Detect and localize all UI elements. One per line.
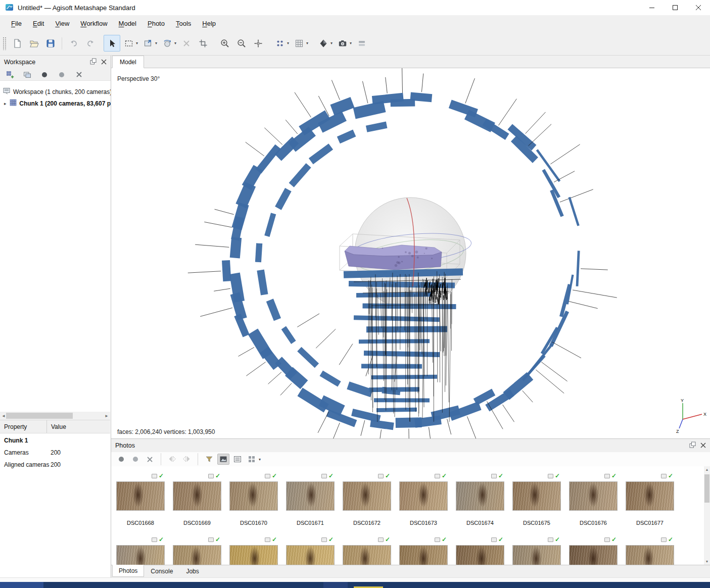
tree-item-chunk[interactable]: ▸ Chunk 1 (200 cameras, 83,607 p [0, 97, 111, 109]
rotate-left-button[interactable] [166, 454, 178, 465]
photo-thumbnail[interactable] [399, 545, 448, 565]
photo-item[interactable]: ✓DSC01672 [339, 472, 395, 526]
photo-thumbnail[interactable] [343, 481, 391, 511]
windows-taskbar[interactable] [0, 582, 710, 588]
photo-item[interactable]: ✓DSC01676 [565, 472, 622, 526]
menu-item-file[interactable]: File [6, 17, 27, 30]
maximize-button[interactable] [664, 0, 687, 15]
photo-thumbnail[interactable] [626, 481, 674, 511]
tree-item-workspace[interactable]: Workspace (1 chunks, 200 cameras) [0, 86, 111, 97]
photo-item[interactable]: ✓ [622, 536, 678, 565]
scroll-up-arrow-icon[interactable]: ▲ [704, 466, 710, 473]
menu-item-help[interactable]: Help [197, 17, 221, 30]
workspace-close-icon[interactable] [101, 59, 107, 66]
menu-item-tools[interactable]: Tools [171, 17, 196, 30]
photo-item[interactable]: ✓ [169, 536, 225, 565]
filter-photos-button[interactable] [203, 454, 215, 465]
bottom-tab-photos[interactable]: Photos [112, 565, 144, 577]
point-cloud-view-button[interactable] [271, 35, 288, 52]
add-chunk-button[interactable] [4, 69, 16, 80]
photo-item[interactable]: ✓DSC01673 [395, 472, 452, 526]
photo-item[interactable]: ✓ [508, 536, 565, 565]
remove-item-button[interactable] [73, 69, 85, 80]
property-row-cameras[interactable]: Cameras200 [0, 447, 110, 459]
view-thumbnails-dropdown[interactable]: ▾ [259, 457, 261, 462]
chunk-expander-icon[interactable]: ▸ [4, 101, 7, 106]
delete-selection-button[interactable] [178, 35, 195, 52]
rotate-right-button[interactable] [180, 454, 193, 465]
rotate-region-button[interactable] [159, 35, 175, 52]
photo-thumbnail[interactable] [286, 481, 335, 511]
undo-button[interactable] [65, 35, 82, 52]
photos-close-icon[interactable] [700, 442, 706, 450]
photo-item[interactable]: ✓ [395, 536, 452, 565]
photo-thumbnail[interactable] [173, 545, 221, 565]
zoom-out-button[interactable] [233, 35, 250, 52]
photo-thumbnail[interactable] [456, 481, 504, 511]
view-large-icons-button[interactable] [217, 454, 229, 465]
photo-thumbnail[interactable] [456, 545, 504, 565]
workspace-hscrollbar[interactable]: ◄ ► [0, 412, 110, 420]
zoom-in-button[interactable] [216, 35, 233, 52]
menu-item-workflow[interactable]: Workflow [75, 17, 112, 30]
tab-model[interactable]: Model [112, 56, 144, 68]
show-cameras-button[interactable] [334, 35, 351, 52]
bottom-tab-jobs[interactable]: Jobs [179, 565, 205, 577]
photo-thumbnail[interactable] [569, 481, 618, 511]
photo-item[interactable]: ✓DSC01669 [169, 472, 225, 526]
close-button[interactable] [687, 0, 710, 15]
taskbar-segment[interactable] [323, 582, 348, 588]
mesh-view-button[interactable] [291, 35, 307, 52]
vscrollbar-thumb[interactable] [704, 474, 709, 503]
disable-item-button[interactable] [56, 69, 68, 80]
redo-button[interactable] [82, 35, 99, 52]
bottom-tab-console[interactable]: Console [144, 565, 179, 577]
photo-thumbnail[interactable] [626, 545, 674, 565]
photos-vscrollbar[interactable]: ▲ ▼ [704, 466, 710, 565]
taskbar-segment[interactable] [0, 582, 43, 588]
photo-thumbnail[interactable] [343, 545, 391, 565]
minimize-button[interactable] [640, 0, 664, 15]
photo-thumbnail[interactable] [399, 481, 448, 511]
move-region-button[interactable] [139, 35, 156, 52]
photo-thumbnail[interactable] [229, 481, 278, 511]
new-project-button[interactable] [9, 35, 25, 52]
photo-item[interactable]: ✓DSC01677 [622, 472, 678, 526]
remove-cameras-button[interactable] [144, 454, 156, 465]
model-3d-scene[interactable] [111, 68, 710, 438]
menu-item-edit[interactable]: Edit [28, 17, 49, 30]
property-group-row[interactable]: Chunk 1 [0, 434, 110, 447]
enable-cameras-button[interactable] [115, 454, 127, 465]
photo-thumbnail[interactable] [512, 545, 561, 565]
menu-item-photo[interactable]: Photo [143, 17, 170, 30]
photo-thumbnail[interactable] [116, 481, 165, 511]
save-button[interactable] [42, 35, 59, 52]
enable-item-button[interactable] [38, 69, 51, 80]
photo-item[interactable]: ✓DSC01674 [452, 472, 508, 526]
view-details-button[interactable] [231, 454, 244, 465]
photo-thumbnail[interactable] [173, 481, 221, 511]
photo-item[interactable]: ✓ [339, 536, 395, 565]
photo-thumbnail[interactable] [229, 545, 278, 565]
model-viewport[interactable]: Perspective 30° faces: 2,006,240 vertice… [111, 68, 710, 438]
photo-thumbnail[interactable] [116, 545, 165, 565]
photo-item[interactable]: ✓DSC01671 [282, 472, 339, 526]
scroll-right-arrow-icon[interactable]: ► [103, 414, 110, 418]
photo-thumbnail[interactable] [512, 481, 561, 511]
photo-item[interactable]: ✓ [452, 536, 508, 565]
photo-item[interactable]: ✓ [112, 536, 169, 565]
photo-thumbnail[interactable] [286, 545, 335, 565]
crop-selection-button[interactable] [195, 35, 211, 52]
photo-item[interactable]: ✓DSC01668 [112, 472, 169, 526]
photo-item[interactable]: ✓ [225, 536, 282, 565]
shaded-view-button[interactable] [315, 35, 332, 52]
add-photos-button[interactable] [21, 69, 33, 80]
photos-float-icon[interactable] [689, 442, 696, 450]
view-thumbnails-button[interactable] [246, 454, 258, 465]
photo-item[interactable]: ✓DSC01670 [225, 472, 282, 526]
navigation-button[interactable] [104, 35, 120, 52]
toolbar-grip[interactable] [3, 37, 6, 50]
workspace-float-icon[interactable] [90, 58, 97, 66]
reset-view-button[interactable] [250, 35, 266, 52]
open-button[interactable] [25, 35, 42, 52]
